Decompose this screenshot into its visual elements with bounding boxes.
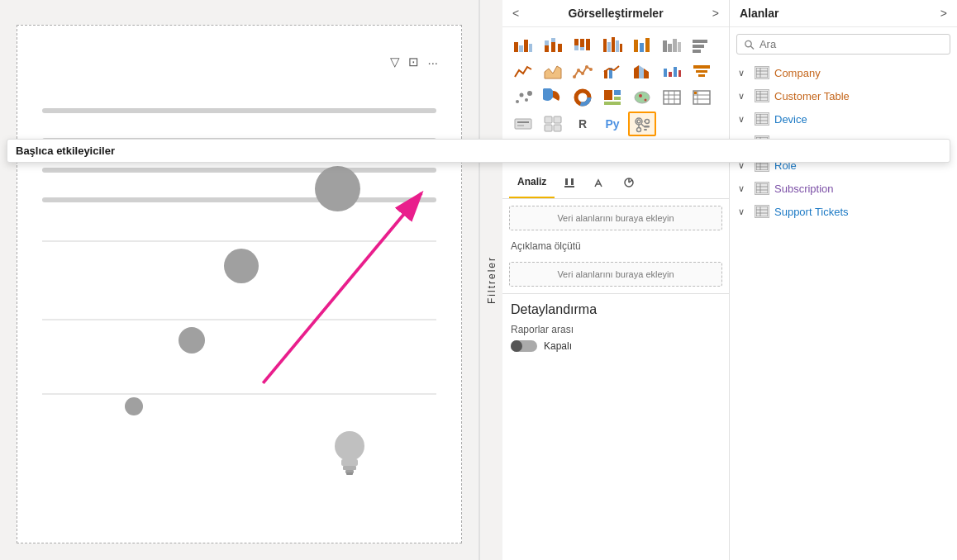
viz-icon-donut[interactable] — [569, 85, 597, 110]
viz-icon-row-2 — [509, 59, 722, 83]
chevron-icon: ∨ — [738, 183, 750, 194]
svg-rect-34 — [693, 45, 704, 48]
chevron-icon: ∨ — [738, 68, 750, 78]
viz-icon-bar-100[interactable] — [569, 32, 597, 57]
tab-paint[interactable] — [584, 171, 614, 198]
svg-point-66 — [645, 99, 647, 102]
viz-icon-treemap[interactable] — [598, 85, 626, 110]
fields-search-box[interactable] — [736, 34, 950, 55]
viz-icon-line[interactable] — [509, 59, 537, 83]
viz-icon-r-visual[interactable]: R — [569, 112, 597, 136]
svg-rect-35 — [693, 50, 701, 53]
tab-format[interactable] — [555, 171, 584, 198]
svg-rect-124 — [756, 183, 768, 193]
viz-icon-line-markers[interactable] — [569, 59, 597, 83]
viz-icon-bar-bullet[interactable] — [688, 32, 716, 57]
viz-icon-key-influencers[interactable] — [628, 112, 656, 136]
more-options-icon[interactable]: ··· — [427, 55, 438, 69]
svg-rect-50 — [678, 70, 681, 77]
viz-icon-matrix[interactable] — [688, 85, 716, 110]
svg-rect-4 — [346, 472, 353, 475]
viz-header: < Görselleştirmeler > — [502, 0, 729, 27]
drop-zone-explain[interactable]: Veri alanlarını buraya ekleyin — [509, 262, 722, 287]
viz-icon-python-visual[interactable]: Py — [598, 112, 626, 136]
viz-prev-arrow[interactable]: < — [512, 7, 519, 20]
svg-rect-16 — [574, 39, 578, 45]
field-name: Company — [774, 67, 821, 79]
svg-point-89 — [637, 128, 641, 132]
viz-icon-area[interactable] — [539, 59, 567, 83]
viz-next-arrow[interactable]: > — [712, 7, 719, 20]
viz-icon-card[interactable] — [509, 112, 537, 136]
viz-panel-title: Görselleştirmeler — [568, 7, 663, 20]
list-item[interactable]: ∨ Company — [730, 61, 957, 84]
svg-rect-33 — [693, 40, 707, 43]
svg-rect-28 — [645, 38, 650, 52]
canvas-toolbar: ▽ ⊡ ··· — [390, 55, 438, 69]
viz-icon-scatter[interactable] — [509, 85, 537, 110]
explain-by-label: Açıklama ölçütü — [502, 237, 729, 255]
viz-icon-waterfall[interactable] — [658, 59, 686, 83]
viz-icon-row-1 — [509, 32, 722, 57]
svg-marker-45 — [639, 65, 644, 78]
chevron-icon: ∨ — [738, 114, 750, 125]
svg-point-41 — [589, 68, 593, 71]
svg-rect-1 — [341, 459, 358, 466]
viz-icon-bar-stacked[interactable] — [539, 32, 567, 57]
svg-rect-128 — [756, 206, 768, 216]
viz-icon-map[interactable] — [628, 85, 656, 110]
svg-rect-104 — [756, 68, 768, 78]
field-name: Support Tickets — [774, 206, 849, 218]
filter-icon[interactable]: ▽ — [390, 55, 400, 69]
svg-rect-79 — [517, 125, 524, 126]
svg-rect-98 — [571, 178, 574, 185]
svg-rect-9 — [524, 40, 528, 52]
svg-point-64 — [635, 92, 650, 103]
list-item[interactable]: ∨ Support Tickets — [730, 200, 957, 223]
viz-icon-column-clustered[interactable] — [598, 32, 626, 57]
viz-icon-multirow-card[interactable] — [539, 112, 567, 136]
svg-rect-48 — [669, 72, 672, 77]
svg-rect-2 — [343, 466, 356, 470]
svg-rect-81 — [554, 116, 561, 123]
svg-rect-29 — [663, 40, 667, 52]
list-item[interactable]: ∨ Customer Table — [730, 84, 957, 107]
viz-icon-bar-clustered[interactable] — [509, 32, 537, 57]
tab-analytics[interactable] — [614, 171, 644, 198]
svg-rect-83 — [554, 125, 561, 131]
svg-rect-47 — [664, 69, 667, 77]
svg-point-65 — [639, 94, 642, 97]
tab-analiz[interactable]: Analiz — [509, 171, 555, 198]
viz-icon-bar-gradient[interactable] — [658, 32, 686, 57]
canvas-border: ▽ ⊡ ··· — [17, 25, 462, 543]
list-item[interactable]: ∨ Device — [730, 107, 957, 131]
list-item[interactable]: ∨ Subscription — [730, 177, 957, 200]
viz-icon-funnel[interactable] — [688, 59, 716, 83]
focus-icon[interactable]: ⊡ — [408, 55, 419, 69]
fields-next-arrow[interactable]: > — [940, 7, 947, 20]
svg-rect-60 — [604, 90, 612, 100]
viz-icon-combo[interactable] — [598, 59, 626, 83]
search-input[interactable] — [759, 38, 943, 50]
viz-icon-row-4: R Py — [509, 112, 722, 136]
table-icon — [755, 66, 769, 79]
fields-list: ∨ Company ∨ Customer Table ∨ Device ∨ — [730, 61, 957, 560]
svg-rect-82 — [545, 125, 552, 131]
svg-point-90 — [645, 120, 650, 124]
viz-icon-table[interactable] — [658, 85, 686, 110]
svg-rect-17 — [574, 45, 578, 50]
svg-rect-61 — [614, 90, 621, 95]
toggle-track[interactable] — [511, 340, 537, 352]
field-name: Subscription — [774, 183, 834, 195]
viz-panel: < Görselleştirmeler > — [502, 0, 730, 560]
viz-icon-ribbon[interactable] — [628, 59, 656, 83]
svg-rect-26 — [634, 40, 638, 52]
svg-rect-51 — [693, 65, 710, 69]
viz-icon-bar-orange-blue[interactable] — [628, 32, 656, 57]
filtreler-sidebar[interactable]: Filtreler — [479, 0, 502, 560]
drop-zone-analyze[interactable]: Veri alanlarını buraya ekleyin — [509, 206, 722, 230]
viz-icon-row-3 — [509, 85, 722, 110]
viz-icon-pie[interactable] — [539, 85, 567, 110]
svg-rect-49 — [674, 67, 677, 77]
table-icon — [755, 89, 769, 102]
